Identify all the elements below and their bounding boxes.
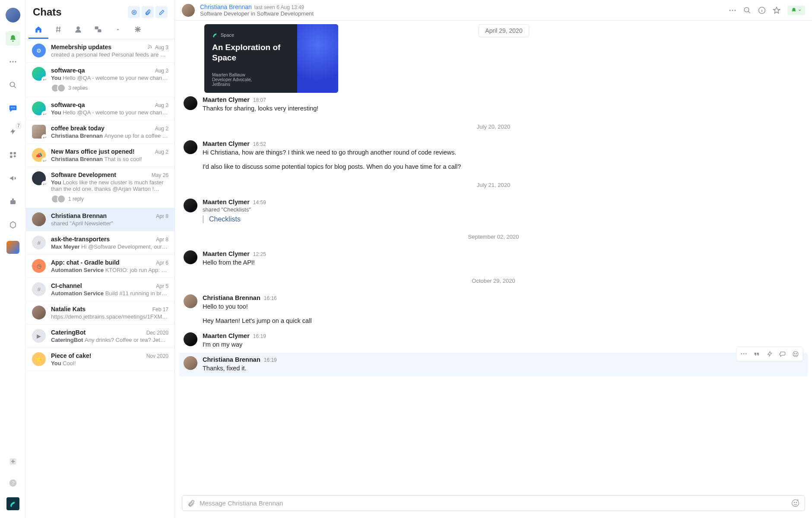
- compose-icon[interactable]: [155, 6, 168, 18]
- chat-snippet: Christiana Brennan Anyone up for a coffe…: [51, 133, 168, 139]
- svg-point-22: [730, 9, 731, 11]
- chat-snippet: You Hello @QA - welcome to your new chan…: [51, 109, 168, 116]
- more-icon[interactable]: [737, 348, 750, 360]
- bolt-icon[interactable]: [763, 348, 776, 360]
- tab-pins[interactable]: [108, 21, 128, 39]
- message-avatar: [184, 96, 197, 110]
- apps-icon[interactable]: [6, 148, 20, 162]
- contact-name[interactable]: Christiana Brennan: [200, 3, 252, 10]
- header-search-icon[interactable]: [743, 6, 751, 14]
- chat-avatar: ▶: [32, 329, 46, 343]
- chats-icon[interactable]: [6, 101, 20, 116]
- chat-snippet: shared "April Newsletter": [51, 220, 168, 227]
- user-avatar[interactable]: [6, 8, 20, 22]
- chat-item[interactable]: ↩Software DevelopmentMay 26You Looks lik…: [26, 167, 174, 208]
- date-divider: September 02, 2020: [184, 234, 803, 240]
- header-star-icon[interactable]: [773, 6, 780, 14]
- chat-date: Apr 8: [156, 237, 168, 243]
- message[interactable]: Christiana Brennan16:16Hello to you too!…: [184, 291, 803, 329]
- message-avatar: [184, 294, 197, 308]
- megaphone-icon[interactable]: [6, 171, 20, 186]
- chatlist-title: Chats: [33, 6, 128, 18]
- shared-link[interactable]: Checklists: [209, 215, 241, 223]
- chat-item[interactable]: #CI-channelApr 5Automation Service Build…: [26, 278, 174, 301]
- chat-item[interactable]: ↩software-qaAug 2You Hello @QA - welcome…: [26, 63, 174, 97]
- svg-rect-20: [98, 29, 101, 32]
- chat-item[interactable]: 📣↩New Mars office just opened!Aug 2Chris…: [26, 144, 174, 167]
- chat-date: Feb 17: [152, 306, 168, 313]
- chat-item[interactable]: ▶CateringBotDec 2020CateringBot Any drin…: [26, 325, 174, 348]
- react-icon[interactable]: [789, 348, 802, 360]
- space-project-icon[interactable]: [6, 241, 19, 254]
- preview-image: [297, 24, 338, 93]
- reply-icon[interactable]: [776, 348, 789, 360]
- tab-channels[interactable]: [48, 21, 68, 39]
- message-text: Hello from the API!: [203, 258, 803, 267]
- add-icon[interactable]: [6, 454, 20, 469]
- date-divider: October 29, 2020: [184, 278, 803, 284]
- attachment-icon[interactable]: [142, 6, 154, 18]
- chat-title: coffee break today: [51, 125, 152, 132]
- header-info-icon[interactable]: [758, 6, 766, 14]
- chat-item[interactable]: ↩coffee break todayAug 2Christiana Brenn…: [26, 120, 174, 144]
- chat-item[interactable]: Christiana BrennanApr 8shared "April New…: [26, 208, 174, 231]
- search-icon[interactable]: [6, 78, 20, 92]
- chat-date: Apr 6: [156, 260, 168, 266]
- contact-avatar[interactable]: [182, 4, 195, 17]
- svg-point-4: [11, 107, 12, 108]
- chat-date: Aug 3: [155, 44, 168, 51]
- link-preview-card[interactable]: Space An Exploration of Space Maarten Ba…: [204, 24, 338, 93]
- svg-point-25: [744, 7, 749, 12]
- header-notification-toggle[interactable]: [787, 6, 805, 15]
- attach-icon[interactable]: [187, 499, 195, 507]
- svg-point-30: [793, 351, 798, 357]
- message-sender: Christiana Brennan: [203, 356, 260, 363]
- chat-item[interactable]: ⚙Memebrship updatesAug 3created a person…: [26, 39, 174, 63]
- chat-avatar: [32, 212, 46, 226]
- message[interactable]: Maarten Clymer14:59shared "Checklists"Ch…: [184, 195, 803, 227]
- composer-box[interactable]: [182, 495, 805, 511]
- message[interactable]: Maarten Clymer16:19I'm on my way: [184, 329, 803, 353]
- chat-snippet: Max Meyer Hi @Software Development, our …: [51, 243, 168, 250]
- help-icon[interactable]: ?: [6, 476, 20, 490]
- tab-people[interactable]: [68, 21, 88, 39]
- chat-replies[interactable]: 1 reply: [51, 195, 168, 203]
- message[interactable]: Maarten Clymer18:07Thanks for sharing, l…: [184, 93, 803, 117]
- chat-item[interactable]: ↩software-qaAug 2You Hello @QA - welcome…: [26, 97, 174, 120]
- chat-avatar: ◷: [32, 259, 46, 273]
- filter-icon[interactable]: [128, 6, 140, 18]
- notifications-icon[interactable]: [6, 31, 20, 46]
- chat-date: Apr 5: [156, 283, 168, 289]
- emoji-icon[interactable]: [791, 499, 799, 507]
- space-logo-icon[interactable]: [6, 497, 19, 510]
- chat-snippet: You Hello @QA - welcome to your new chan…: [51, 75, 168, 81]
- chat-item[interactable]: #ask-the-transportersApr 8Max Meyer Hi @…: [26, 231, 174, 255]
- message[interactable]: Maarten Clymer12:25Hello from the API!: [184, 247, 803, 271]
- chat-replies[interactable]: 3 replies: [51, 84, 168, 92]
- svg-point-5: [12, 107, 13, 108]
- settings-icon[interactable]: [6, 218, 20, 232]
- contact-last-seen: last seen 6 Aug 13:49: [254, 4, 304, 10]
- message-avatar: [184, 140, 197, 154]
- chat-item[interactable]: 🌟Piece of cake!Nov 2020You Cool!: [26, 348, 174, 371]
- chat-date: Aug 2: [155, 149, 168, 155]
- tab-all[interactable]: [128, 21, 148, 39]
- chat-snippet: You Looks like the new cluster is much f…: [51, 179, 168, 192]
- chat-title: Software Development: [51, 171, 149, 178]
- rss-icon: [147, 44, 152, 49]
- message[interactable]: Maarten Clymer16:52Hi Christiana, how ar…: [184, 137, 803, 175]
- team-icon[interactable]: [6, 194, 20, 209]
- message[interactable]: Christiana Brennan16:19Thanks, fixed it.: [179, 353, 808, 376]
- chat-date: Dec 2020: [146, 330, 168, 336]
- tab-home[interactable]: [29, 21, 48, 39]
- tab-threads[interactable]: [88, 21, 108, 39]
- message-avatar: [184, 199, 197, 212]
- more-icon[interactable]: [6, 54, 20, 69]
- bolt-icon[interactable]: 7: [6, 124, 20, 139]
- header-more-icon[interactable]: [729, 9, 736, 12]
- chat-item[interactable]: ◷App: chat - Gradle buildApr 6Automation…: [26, 255, 174, 278]
- composer-input[interactable]: [200, 499, 787, 507]
- quote-icon[interactable]: [750, 348, 763, 360]
- chat-item[interactable]: Natalie KatsFeb 17https://demo.jetbrains…: [26, 301, 174, 325]
- svg-point-21: [148, 48, 149, 49]
